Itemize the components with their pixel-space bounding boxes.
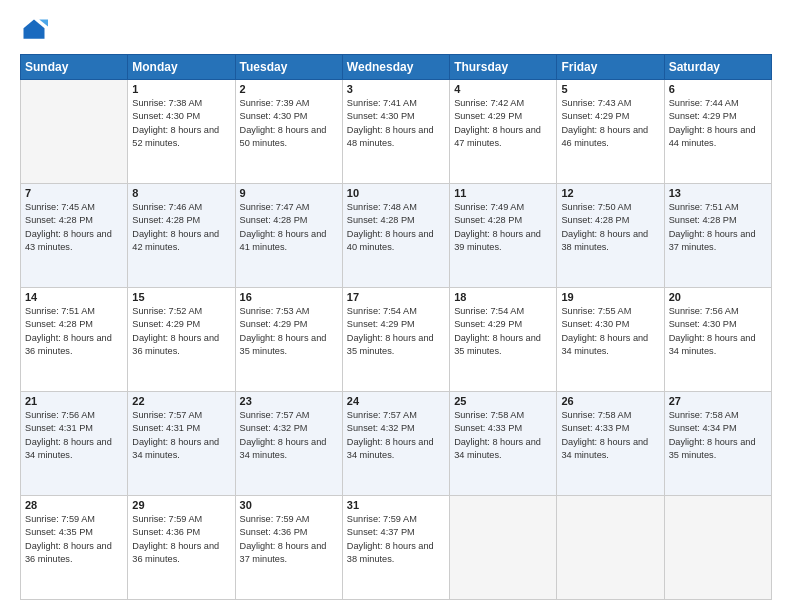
calendar-day-cell: 4Sunrise: 7:42 AMSunset: 4:29 PMDaylight… bbox=[450, 80, 557, 184]
day-info: Sunrise: 7:39 AMSunset: 4:30 PMDaylight:… bbox=[240, 97, 338, 150]
calendar-day-cell: 12Sunrise: 7:50 AMSunset: 4:28 PMDayligh… bbox=[557, 184, 664, 288]
calendar-day-cell: 18Sunrise: 7:54 AMSunset: 4:29 PMDayligh… bbox=[450, 288, 557, 392]
calendar-day-cell: 27Sunrise: 7:58 AMSunset: 4:34 PMDayligh… bbox=[664, 392, 771, 496]
calendar-day-cell: 3Sunrise: 7:41 AMSunset: 4:30 PMDaylight… bbox=[342, 80, 449, 184]
calendar-day-cell: 31Sunrise: 7:59 AMSunset: 4:37 PMDayligh… bbox=[342, 496, 449, 600]
day-info: Sunrise: 7:50 AMSunset: 4:28 PMDaylight:… bbox=[561, 201, 659, 254]
day-number: 20 bbox=[669, 291, 767, 303]
calendar-day-cell bbox=[664, 496, 771, 600]
day-info: Sunrise: 7:51 AMSunset: 4:28 PMDaylight:… bbox=[669, 201, 767, 254]
calendar-week-row: 28Sunrise: 7:59 AMSunset: 4:35 PMDayligh… bbox=[21, 496, 772, 600]
calendar-day-cell: 13Sunrise: 7:51 AMSunset: 4:28 PMDayligh… bbox=[664, 184, 771, 288]
calendar-day-cell: 2Sunrise: 7:39 AMSunset: 4:30 PMDaylight… bbox=[235, 80, 342, 184]
day-number: 17 bbox=[347, 291, 445, 303]
day-of-week-header: Wednesday bbox=[342, 55, 449, 80]
calendar-day-cell bbox=[450, 496, 557, 600]
day-of-week-header: Thursday bbox=[450, 55, 557, 80]
day-info: Sunrise: 7:57 AMSunset: 4:32 PMDaylight:… bbox=[240, 409, 338, 462]
day-of-week-header: Saturday bbox=[664, 55, 771, 80]
day-info: Sunrise: 7:45 AMSunset: 4:28 PMDaylight:… bbox=[25, 201, 123, 254]
day-info: Sunrise: 7:38 AMSunset: 4:30 PMDaylight:… bbox=[132, 97, 230, 150]
calendar-day-cell: 17Sunrise: 7:54 AMSunset: 4:29 PMDayligh… bbox=[342, 288, 449, 392]
day-number: 26 bbox=[561, 395, 659, 407]
logo bbox=[20, 16, 52, 44]
calendar-day-cell: 22Sunrise: 7:57 AMSunset: 4:31 PMDayligh… bbox=[128, 392, 235, 496]
day-number: 11 bbox=[454, 187, 552, 199]
calendar-header-row: SundayMondayTuesdayWednesdayThursdayFrid… bbox=[21, 55, 772, 80]
logo-icon bbox=[20, 16, 48, 44]
day-info: Sunrise: 7:54 AMSunset: 4:29 PMDaylight:… bbox=[454, 305, 552, 358]
day-number: 25 bbox=[454, 395, 552, 407]
day-info: Sunrise: 7:42 AMSunset: 4:29 PMDaylight:… bbox=[454, 97, 552, 150]
day-info: Sunrise: 7:56 AMSunset: 4:31 PMDaylight:… bbox=[25, 409, 123, 462]
calendar-day-cell: 6Sunrise: 7:44 AMSunset: 4:29 PMDaylight… bbox=[664, 80, 771, 184]
day-of-week-header: Tuesday bbox=[235, 55, 342, 80]
day-number: 4 bbox=[454, 83, 552, 95]
calendar-day-cell: 11Sunrise: 7:49 AMSunset: 4:28 PMDayligh… bbox=[450, 184, 557, 288]
day-info: Sunrise: 7:53 AMSunset: 4:29 PMDaylight:… bbox=[240, 305, 338, 358]
calendar-day-cell: 16Sunrise: 7:53 AMSunset: 4:29 PMDayligh… bbox=[235, 288, 342, 392]
day-info: Sunrise: 7:59 AMSunset: 4:36 PMDaylight:… bbox=[240, 513, 338, 566]
calendar-day-cell: 21Sunrise: 7:56 AMSunset: 4:31 PMDayligh… bbox=[21, 392, 128, 496]
day-number: 6 bbox=[669, 83, 767, 95]
day-info: Sunrise: 7:58 AMSunset: 4:34 PMDaylight:… bbox=[669, 409, 767, 462]
day-number: 21 bbox=[25, 395, 123, 407]
day-info: Sunrise: 7:44 AMSunset: 4:29 PMDaylight:… bbox=[669, 97, 767, 150]
page: SundayMondayTuesdayWednesdayThursdayFrid… bbox=[0, 0, 792, 612]
day-number: 24 bbox=[347, 395, 445, 407]
day-of-week-header: Sunday bbox=[21, 55, 128, 80]
day-info: Sunrise: 7:55 AMSunset: 4:30 PMDaylight:… bbox=[561, 305, 659, 358]
day-info: Sunrise: 7:46 AMSunset: 4:28 PMDaylight:… bbox=[132, 201, 230, 254]
calendar-week-row: 14Sunrise: 7:51 AMSunset: 4:28 PMDayligh… bbox=[21, 288, 772, 392]
day-info: Sunrise: 7:43 AMSunset: 4:29 PMDaylight:… bbox=[561, 97, 659, 150]
calendar-day-cell: 30Sunrise: 7:59 AMSunset: 4:36 PMDayligh… bbox=[235, 496, 342, 600]
calendar-day-cell: 25Sunrise: 7:58 AMSunset: 4:33 PMDayligh… bbox=[450, 392, 557, 496]
day-number: 18 bbox=[454, 291, 552, 303]
day-info: Sunrise: 7:58 AMSunset: 4:33 PMDaylight:… bbox=[561, 409, 659, 462]
calendar-day-cell bbox=[557, 496, 664, 600]
calendar-table: SundayMondayTuesdayWednesdayThursdayFrid… bbox=[20, 54, 772, 600]
calendar-day-cell: 7Sunrise: 7:45 AMSunset: 4:28 PMDaylight… bbox=[21, 184, 128, 288]
day-number: 28 bbox=[25, 499, 123, 511]
day-number: 30 bbox=[240, 499, 338, 511]
calendar-day-cell: 14Sunrise: 7:51 AMSunset: 4:28 PMDayligh… bbox=[21, 288, 128, 392]
day-info: Sunrise: 7:52 AMSunset: 4:29 PMDaylight:… bbox=[132, 305, 230, 358]
header bbox=[20, 16, 772, 44]
day-number: 31 bbox=[347, 499, 445, 511]
day-number: 5 bbox=[561, 83, 659, 95]
day-info: Sunrise: 7:57 AMSunset: 4:31 PMDaylight:… bbox=[132, 409, 230, 462]
calendar-week-row: 1Sunrise: 7:38 AMSunset: 4:30 PMDaylight… bbox=[21, 80, 772, 184]
day-info: Sunrise: 7:57 AMSunset: 4:32 PMDaylight:… bbox=[347, 409, 445, 462]
day-info: Sunrise: 7:51 AMSunset: 4:28 PMDaylight:… bbox=[25, 305, 123, 358]
day-number: 15 bbox=[132, 291, 230, 303]
day-info: Sunrise: 7:48 AMSunset: 4:28 PMDaylight:… bbox=[347, 201, 445, 254]
calendar-day-cell: 20Sunrise: 7:56 AMSunset: 4:30 PMDayligh… bbox=[664, 288, 771, 392]
day-number: 29 bbox=[132, 499, 230, 511]
day-number: 13 bbox=[669, 187, 767, 199]
day-of-week-header: Friday bbox=[557, 55, 664, 80]
calendar-day-cell: 29Sunrise: 7:59 AMSunset: 4:36 PMDayligh… bbox=[128, 496, 235, 600]
day-number: 1 bbox=[132, 83, 230, 95]
calendar-day-cell: 26Sunrise: 7:58 AMSunset: 4:33 PMDayligh… bbox=[557, 392, 664, 496]
day-number: 22 bbox=[132, 395, 230, 407]
calendar-day-cell: 23Sunrise: 7:57 AMSunset: 4:32 PMDayligh… bbox=[235, 392, 342, 496]
day-info: Sunrise: 7:59 AMSunset: 4:35 PMDaylight:… bbox=[25, 513, 123, 566]
day-number: 16 bbox=[240, 291, 338, 303]
calendar-day-cell: 8Sunrise: 7:46 AMSunset: 4:28 PMDaylight… bbox=[128, 184, 235, 288]
day-number: 8 bbox=[132, 187, 230, 199]
calendar-day-cell: 9Sunrise: 7:47 AMSunset: 4:28 PMDaylight… bbox=[235, 184, 342, 288]
calendar-day-cell: 19Sunrise: 7:55 AMSunset: 4:30 PMDayligh… bbox=[557, 288, 664, 392]
calendar-day-cell: 1Sunrise: 7:38 AMSunset: 4:30 PMDaylight… bbox=[128, 80, 235, 184]
calendar-day-cell: 5Sunrise: 7:43 AMSunset: 4:29 PMDaylight… bbox=[557, 80, 664, 184]
day-of-week-header: Monday bbox=[128, 55, 235, 80]
calendar-day-cell: 24Sunrise: 7:57 AMSunset: 4:32 PMDayligh… bbox=[342, 392, 449, 496]
calendar-week-row: 7Sunrise: 7:45 AMSunset: 4:28 PMDaylight… bbox=[21, 184, 772, 288]
day-info: Sunrise: 7:56 AMSunset: 4:30 PMDaylight:… bbox=[669, 305, 767, 358]
day-info: Sunrise: 7:47 AMSunset: 4:28 PMDaylight:… bbox=[240, 201, 338, 254]
day-number: 3 bbox=[347, 83, 445, 95]
day-info: Sunrise: 7:59 AMSunset: 4:36 PMDaylight:… bbox=[132, 513, 230, 566]
day-number: 14 bbox=[25, 291, 123, 303]
day-info: Sunrise: 7:58 AMSunset: 4:33 PMDaylight:… bbox=[454, 409, 552, 462]
day-number: 19 bbox=[561, 291, 659, 303]
day-info: Sunrise: 7:54 AMSunset: 4:29 PMDaylight:… bbox=[347, 305, 445, 358]
